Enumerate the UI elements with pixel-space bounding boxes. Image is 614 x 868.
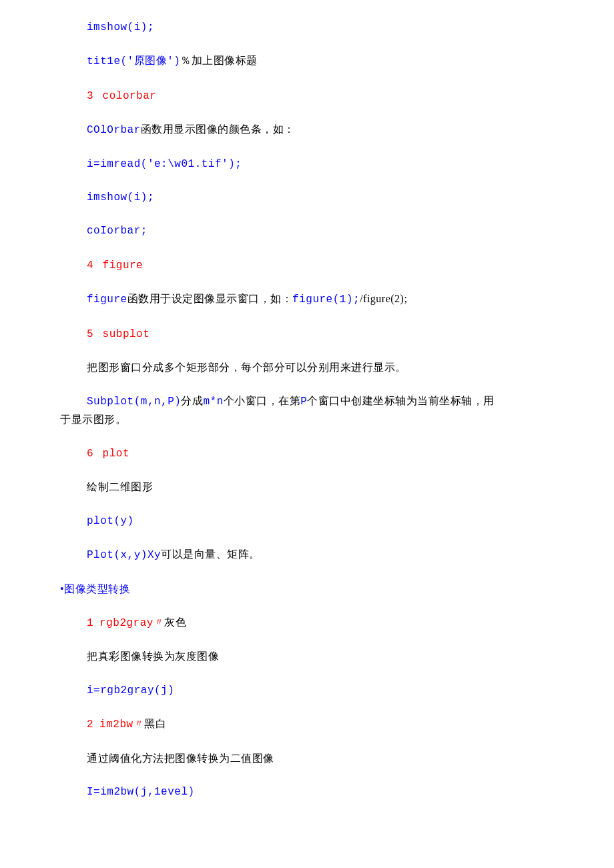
code-text: figure(1); [292,294,360,306]
description-line: 把真彩图像转换为灰度图像 [87,649,554,664]
code-line: tit1e('原图像')％加上图像标题 [87,53,554,69]
description-line: Plot(x,y)Xy可以是向量、矩阵。 [87,547,554,562]
code-text: tit1e('原图像') [87,55,180,67]
document-content: imshow(i); tit1e('原图像')％加上图像标题 3 colorba… [0,0,614,838]
code-text: Subplot(m,n,P) [87,396,181,408]
section-number-line: 6 plot [87,446,554,461]
description-line: 把图形窗口分成多个矩形部分，每个部分可以分别用来进行显示。 [87,360,554,375]
code-line: imshow(i); [87,190,554,205]
description-line: COlOrbar函数用显示图像的颜色条，如： [87,122,554,137]
function-name: figure [87,294,127,306]
code-text: m*n [203,396,223,408]
code-line: I=im2bw(j,1evel) [87,785,554,799]
section-number: 4 [87,260,93,272]
label-text: 黑白 [144,718,166,729]
description-line: 绘制二维图形 [87,480,554,494]
label-text: 灰色 [164,616,186,628]
description-text: 个窗口中创建坐标轴为当前坐标轴，用 [307,395,495,406]
section-name: im2bw〃 [99,719,144,731]
section-header: •图像类型转换 [60,582,554,596]
section-number-line: 1 rgb2gray〃灰色 [87,615,554,630]
section-number-line: 4 figure [87,258,554,273]
section-number: 1 [87,617,93,629]
description-text: 分成 [181,395,203,406]
function-name: COlOrbar [87,124,141,136]
description-text: 函数用于设定图像显示窗口，如： [127,293,293,304]
code-line: i=rgb2gray(j) [87,683,554,698]
code-line: coIorbar; [87,224,554,238]
section-name: subplot [103,328,150,340]
section-number-line: 2 im2bw〃黑白 [87,717,554,732]
section-number: 2 [87,719,93,731]
description-line: Subplot(m,n,P)分成m*n个小窗口，在第P个窗口中创建坐标轴为当前坐… [87,394,554,409]
code-line: imshow(i); [87,20,554,35]
separator: /figure(2); [360,293,407,304]
section-number: 6 [87,448,93,460]
section-name: figure [103,260,143,272]
code-line: i=imread('e:\w01.tif'); [87,157,554,171]
section-name: plot [103,448,129,460]
description-continuation: 于显示图形。 [60,412,554,427]
description-text: 个小窗口，在第 [224,395,301,406]
description-text: 函数用显示图像的颜色条，如： [141,123,295,135]
comment-text: ％加上图像标题 [180,55,258,66]
section-name: colorbar [103,90,157,102]
description-line: figure函数用于设定图像显示窗口，如：figure(1);/figure(2… [87,292,554,307]
code-line: plot(y) [87,514,554,528]
section-number: 5 [87,328,93,340]
code-text: P [300,396,307,408]
section-number-line: 5 subplot [87,326,554,342]
section-name: rgb2gray〃 [99,617,164,629]
section-number-line: 3 colorbar [87,88,554,103]
code-text: Plot(x,y)Xy [87,549,161,561]
description-line: 通过阈值化方法把图像转换为二值图像 [87,751,554,766]
section-number: 3 [87,90,93,102]
description-text: 可以是向量、矩阵。 [161,548,260,560]
